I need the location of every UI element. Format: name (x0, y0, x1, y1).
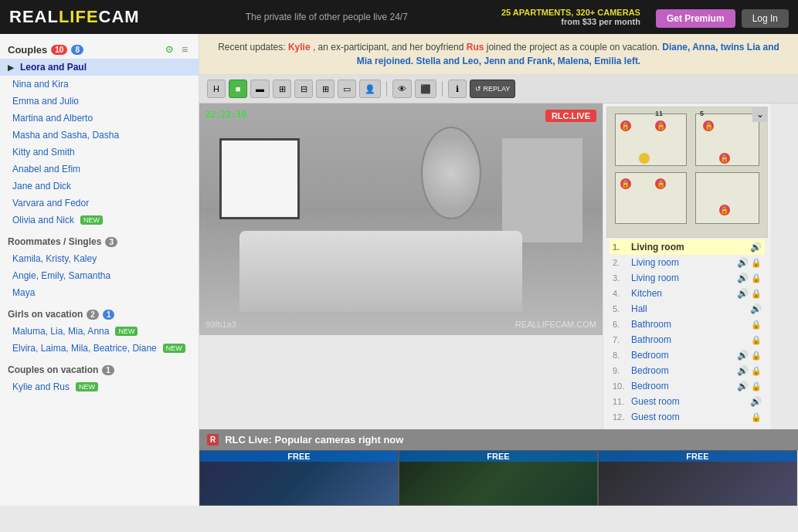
room-item-8[interactable]: 8. Bedroom 🔊 🔒 (610, 347, 765, 363)
sidebar-item-jane-dick[interactable]: Jane and Dick (0, 178, 199, 195)
room-num: 1. (613, 242, 628, 252)
room-item-11[interactable]: 11. Guest room 🔊 (610, 394, 765, 409)
new-badge: NEW (80, 215, 103, 225)
cam-thumb-3[interactable]: FREE (598, 450, 797, 506)
sidebar-item-leora-paul[interactable]: Leora and Paul (0, 59, 199, 76)
tool-btn-widescreen[interactable]: ▬ (250, 80, 270, 98)
roommate-name: Kamila, Kristy, Kaley (12, 253, 97, 264)
room-name: Hall (631, 303, 750, 314)
room-item-6[interactable]: 6. Bathroom 🔒 (610, 317, 765, 332)
tool-btn-replay[interactable]: ↺ REPLAY (470, 80, 515, 98)
sound-icon: 🔊 (750, 396, 762, 407)
room-item-12[interactable]: 12. Guest room 🔒 (610, 409, 765, 425)
room-item-5[interactable]: 5. Hall 🔊 (610, 301, 765, 317)
couples-vacation-badge: 1 (102, 365, 114, 375)
room-num: 4. (613, 289, 628, 298)
room-num: 2. (613, 258, 628, 267)
scene-kitchen (502, 138, 582, 242)
room-name: Bedroom (631, 365, 737, 376)
sidebar-item-kylie-rus[interactable]: Kylie and Rus NEW (0, 378, 199, 395)
room-num: 12. (613, 412, 628, 422)
couple-name: Anabel and Efim (12, 164, 80, 175)
fp-dot-7: 🔒 (655, 178, 666, 189)
camera-feed: 22:22:10 RLC.LIVE REALLIFECAM.COM 99fb1a… (199, 103, 603, 335)
room-name: Bathroom (631, 319, 751, 330)
couples-label: Couples (8, 44, 47, 56)
lock-icon: 🔒 (751, 381, 762, 391)
notif-kylie: Kylie (288, 42, 311, 53)
couples-vacation-section-header: Couples on vacation 1 (0, 360, 199, 378)
sidebar-item-kamila[interactable]: Kamila, Kristy, Kaley (0, 250, 199, 267)
scene-tv-screen (222, 141, 297, 217)
cam-thumb-1[interactable]: FREE (199, 450, 399, 506)
new-badge: NEW (76, 382, 98, 391)
fp-dot-4: 🔒 (703, 120, 714, 131)
sidebar-item-maya[interactable]: Maya (0, 284, 199, 301)
logo-cam: CAM (99, 7, 140, 26)
room-item-10[interactable]: 10. Bedroom 🔊 🔒 (610, 378, 765, 394)
tool-btn-grid2[interactable]: ⊞ (273, 80, 291, 98)
tool-btn-record[interactable]: ■ (229, 80, 247, 98)
video-watermark: REALLIFECAM.COM (515, 320, 596, 329)
room-item-7[interactable]: 7. Bathroom 🔒 (610, 332, 765, 347)
tool-btn-info[interactable]: ℹ (448, 80, 467, 98)
lock-icon: 🔒 (751, 412, 762, 422)
sidebar-item-angie[interactable]: Angie, Emily, Samantha (0, 267, 199, 284)
header-buttons: Get Premium Log In (656, 9, 789, 28)
fp-dot-5: 🔒 (719, 153, 730, 164)
logo-real: REAL (9, 7, 59, 26)
lock-icon: 🔒 (751, 289, 762, 299)
menu-icon[interactable]: ≡ (178, 43, 191, 56)
room-icons: 🔊 🔒 (737, 381, 762, 391)
cam-thumb-2[interactable]: FREE (399, 450, 598, 506)
room-item-2[interactable]: 2. Living room 🔊 🔒 (610, 255, 765, 270)
room-item-1[interactable]: 1. Living room 🔊 (610, 239, 765, 255)
room-num: 11. (613, 397, 628, 406)
couple-name: Emma and Julio (12, 96, 79, 107)
sidebar-item-emma-julio[interactable]: Emma and Julio (0, 93, 199, 110)
room-num: 9. (613, 366, 628, 375)
couple-name: Masha and Sasha, Dasha (12, 130, 119, 141)
girl-name: Elvira, Laima, Mila, Beatrice, Diane (12, 343, 157, 354)
room-item-3[interactable]: 3. Living room 🔊 🔒 (610, 270, 765, 286)
floor-plan-container: 🔒 🔒 🔒 🔒 🔒 🔒 🔒 5 11 (607, 107, 767, 237)
tool-btn-h[interactable]: H (207, 80, 226, 98)
apartments-count: 25 APARTMENTS, 320+ CAMERAS (501, 8, 640, 17)
sidebar-item-kitty-smith[interactable]: Kitty and Smith (0, 144, 199, 161)
sidebar-item-elvira[interactable]: Elvira, Laima, Mila, Beatrice, Diane NEW (0, 340, 199, 357)
girls-vacation-label: Girls on vacation (8, 309, 83, 320)
room-name: Living room (631, 273, 737, 283)
tool-btn-grid3[interactable]: ⊟ (294, 80, 313, 98)
sidebar-item-maluma[interactable]: Maluma, Lia, Mia, Anna NEW (0, 323, 199, 340)
sidebar-item-olivia-nick[interactable]: Olivia and Nick NEW (0, 212, 199, 229)
sidebar-item-masha-sasha[interactable]: Masha and Sasha, Dasha (0, 127, 199, 144)
tool-btn-grid4[interactable]: ⊞ (316, 80, 334, 98)
room-item-9[interactable]: 9. Bedroom 🔊 🔒 (610, 363, 765, 378)
sidebar-item-nina-kira[interactable]: Nina and Kira (0, 76, 199, 93)
tool-btn-person[interactable]: 👤 (359, 80, 381, 98)
sidebar-item-anabel-efim[interactable]: Anabel and Efim (0, 161, 199, 178)
expand-button[interactable]: ⌄ (752, 107, 768, 122)
couple-name: Varvara and Fedor (12, 198, 89, 208)
sidebar-item-martina-alberto[interactable]: Martina and Alberto (0, 110, 199, 127)
room-num: 7. (613, 335, 628, 344)
camera-view-icon[interactable]: ⊙ (163, 43, 175, 56)
login-button[interactable]: Log In (742, 9, 789, 28)
sidebar-item-varvara-fedor[interactable]: Varvara and Fedor (0, 195, 199, 212)
bottom-bar-title: RLC Live: Popular cameras right now (225, 434, 403, 446)
room-icons: 🔊 (750, 396, 762, 407)
toolbar-separator (386, 81, 387, 97)
toolbar: H ■ ▬ ⊞ ⊟ ⊞ ▭ 👤 👁 ⬛ ℹ ↺ REPLAY (199, 75, 798, 103)
tool-btn-wide2[interactable]: ▭ (338, 80, 356, 98)
sidebar: Couples 10 8 ⊙ ≡ Leora and Paul Nina and… (0, 34, 199, 506)
toolbar-separator2 (442, 81, 443, 97)
notif-prefix: Recent updates: (218, 42, 288, 53)
tool-btn-eye[interactable]: 👁 (392, 80, 412, 98)
room-icons: 🔊 (750, 242, 762, 252)
price-info: from $33 per month (561, 17, 640, 26)
tool-btn-mask[interactable]: ⬛ (415, 80, 436, 98)
room-item-4[interactable]: 4. Kitchen 🔊 🔒 (610, 286, 765, 301)
bottom-bar: R RLC Live: Popular cameras right now (199, 429, 798, 450)
get-premium-button[interactable]: Get Premium (656, 9, 735, 28)
bottom-cameras: FREE FREE FREE (199, 450, 798, 506)
